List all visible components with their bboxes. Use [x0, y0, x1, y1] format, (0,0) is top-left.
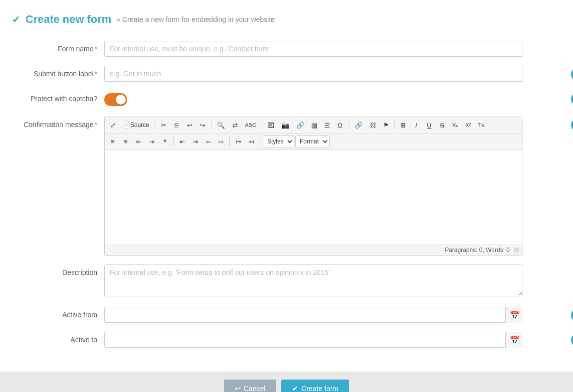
create-form-button[interactable]: ✔ Create form — [281, 380, 349, 392]
help-icon[interactable]: ? — [571, 68, 573, 81]
find-btn[interactable]: 🔍 — [214, 119, 228, 131]
help-icon-wrapper-captcha: ? — [571, 93, 573, 106]
active-to-label: Active to — [12, 332, 104, 344]
blockquote-btn[interactable]: ❝ — [159, 135, 171, 147]
active-to-input[interactable] — [104, 332, 523, 348]
captcha-row: Protect with captcha? ? — [12, 91, 561, 108]
format-select[interactable]: Format — [295, 135, 330, 147]
help-icon-wrapper-active-to: ? — [571, 334, 573, 347]
submit-label-row: Submit button label* ? — [12, 66, 561, 82]
submit-label-input[interactable] — [104, 66, 523, 82]
sep1 — [155, 121, 155, 130]
toolbar-row1: ⤢ 📄 Source ✂ ⎘ ↩ ↪ 🔍 ⇄ — [105, 117, 523, 133]
active-to-calendar-btn[interactable]: 📅 — [505, 332, 523, 348]
styles-select[interactable]: Styles — [263, 135, 294, 147]
editor-content[interactable] — [105, 150, 523, 245]
maximize-btn[interactable]: ⤢ — [107, 119, 119, 131]
flag-btn[interactable]: ⚑ — [380, 119, 392, 131]
page-subtitle: » Create a new form for embedding in you… — [116, 15, 275, 23]
italic-btn[interactable]: I — [410, 119, 422, 131]
ordered-list-btn[interactable]: ≡ — [107, 135, 119, 147]
insert-image-btn[interactable]: 🖼 — [265, 119, 277, 131]
form-container: Form name* Submit button label* ? Protec… — [12, 36, 561, 362]
check-icon: ✔ — [12, 13, 20, 25]
required-star: * — [95, 70, 97, 78]
description-row: Description — [12, 264, 561, 298]
cancel-button[interactable]: ↩ Cancel — [224, 380, 277, 392]
help-icon-captcha[interactable]: ? — [571, 93, 573, 106]
align-center-btn[interactable]: ⇥ — [189, 135, 201, 147]
hyperlink-btn[interactable]: 🔗 — [352, 119, 366, 131]
link-btn[interactable]: 🔗 — [293, 119, 307, 131]
required-star: * — [95, 121, 97, 129]
create-icon: ✔ — [292, 385, 298, 392]
spellcheck-btn[interactable]: ABC — [242, 119, 259, 131]
submit-label-label: Submit button label* — [12, 66, 104, 78]
align-justify-btn[interactable]: ⇨ — [215, 135, 227, 147]
help-icon-wrapper-active-from: ? — [571, 309, 573, 322]
form-name-field — [104, 41, 523, 57]
outdent-btn[interactable]: ⇤ — [133, 135, 145, 147]
form-name-input[interactable] — [104, 41, 523, 57]
description-label: Description — [12, 264, 104, 276]
active-from-calendar-btn[interactable]: 📅 — [505, 307, 523, 323]
special-char-btn[interactable]: Ω — [334, 119, 346, 131]
undo-btn[interactable]: ↩ — [184, 119, 195, 131]
confirmation-label: Confirmation message* — [12, 117, 104, 129]
help-icon-wrapper-confirmation: ? — [571, 119, 573, 131]
active-from-input[interactable] — [104, 307, 523, 323]
help-icon-active-to[interactable]: ? — [571, 334, 573, 347]
redo-btn[interactable]: ↪ — [196, 119, 208, 131]
align-right-btn[interactable]: ⇦ — [202, 135, 214, 147]
unlink-btn[interactable]: ⛓ — [367, 119, 379, 131]
bold-btn[interactable]: B — [397, 119, 409, 131]
submit-label-field — [104, 66, 523, 82]
sep4 — [349, 121, 349, 130]
toggle-slider — [104, 93, 127, 106]
indent-btn[interactable]: ⇥ — [146, 135, 158, 147]
form-name-row: Form name* — [12, 41, 561, 57]
underline-btn[interactable]: U — [423, 119, 435, 131]
help-icon-active-from[interactable]: ? — [571, 309, 573, 322]
editor-status-bar: Paragraphs: 0, Words: 0 — [105, 245, 523, 255]
sep8 — [260, 137, 260, 146]
cut-btn[interactable]: ✂ — [158, 119, 170, 131]
align-left-btn[interactable]: ⇤ — [176, 135, 188, 147]
active-from-label: Active from — [12, 307, 104, 319]
active-to-field: 📅 — [104, 332, 523, 348]
active-from-field: 📅 — [104, 307, 523, 323]
img2-btn[interactable]: 📷 — [278, 119, 292, 131]
cancel-icon: ↩ — [235, 385, 241, 392]
copy-btn[interactable]: ⎘ — [171, 119, 183, 131]
description-input[interactable] — [104, 264, 523, 296]
page-title: Create new form — [25, 13, 111, 26]
page-header: ✔ Create new form » Create a new form fo… — [12, 8, 561, 36]
unordered-list-btn[interactable]: ≡ — [120, 135, 132, 147]
table-btn[interactable]: ▦ — [308, 119, 320, 131]
confirmation-row: Confirmation message* ⤢ 📄 Source ✂ — [12, 117, 561, 256]
footer-bar: ↩ Cancel ✔ Create form — [0, 372, 573, 392]
source-btn[interactable]: 📄 Source — [120, 119, 152, 131]
sep6 — [173, 137, 174, 146]
help-icon-wrapper: ? — [571, 68, 573, 81]
description-field — [104, 264, 523, 298]
sep3 — [262, 121, 262, 130]
clear-format-btn[interactable]: Tx — [475, 119, 487, 131]
active-to-wrapper: 📅 — [104, 332, 523, 348]
captcha-toggle[interactable] — [104, 93, 127, 106]
help-icon-confirmation[interactable]: ? — [571, 119, 573, 131]
toolbar-row1-inner: ⤢ 📄 Source ✂ ⎘ ↩ ↪ 🔍 ⇄ — [107, 119, 521, 131]
captcha-label: Protect with captcha? — [12, 91, 104, 103]
strikethrough-btn[interactable]: S — [436, 119, 448, 131]
layout-btn[interactable]: ☰ — [321, 119, 333, 131]
superscript-btn[interactable]: X² — [462, 119, 474, 131]
sep7 — [229, 137, 230, 146]
form-name-label: Form name* — [12, 41, 104, 53]
resize-handle[interactable] — [514, 248, 519, 253]
replace-btn[interactable]: ⇄ — [229, 119, 241, 131]
editor-status-text: Paragraphs: 0, Words: 0 — [445, 247, 510, 254]
ltr-btn[interactable]: ↦ — [232, 135, 244, 147]
subscript-btn[interactable]: X₂ — [449, 119, 461, 131]
active-from-wrapper: 📅 — [104, 307, 523, 323]
rtl-btn[interactable]: ↤ — [245, 135, 257, 147]
